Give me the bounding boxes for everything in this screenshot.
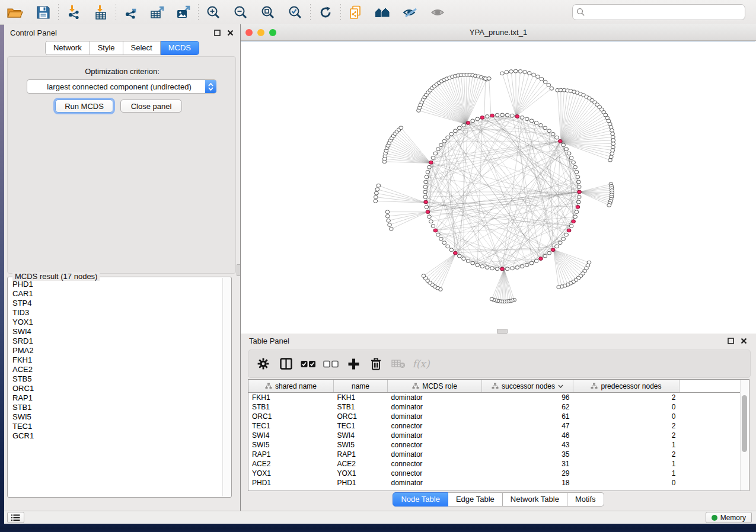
network-node[interactable] [534, 259, 538, 263]
tab-select[interactable]: Select [123, 41, 161, 55]
network-node[interactable] [540, 78, 544, 81]
mcds-result-item[interactable]: SRD1 [12, 336, 223, 346]
mcds-result-item[interactable]: GCR1 [12, 431, 223, 441]
network-node[interactable] [611, 149, 615, 152]
open-file-button[interactable] [4, 2, 26, 23]
network-node[interactable] [423, 196, 428, 199]
network-node[interactable] [425, 205, 429, 209]
network-node[interactable] [485, 266, 489, 270]
network-node[interactable] [611, 135, 615, 139]
search-input[interactable] [588, 7, 741, 17]
table-scrollbar-thumb[interactable] [742, 395, 747, 452]
network-node[interactable] [543, 126, 547, 130]
network-node[interactable] [485, 115, 489, 118]
network-node[interactable] [515, 266, 519, 270]
mcds-result-list[interactable]: PHD1CAR1STP4TID3YOX1SWI4SRD1PMA2FKH1ACE2… [8, 280, 223, 496]
column-header-name[interactable]: name [334, 380, 388, 393]
network-node[interactable] [527, 72, 531, 75]
network-node[interactable] [611, 139, 615, 142]
network-node[interactable] [576, 200, 580, 204]
network-node[interactable] [547, 84, 551, 87]
network-node[interactable] [439, 237, 443, 241]
mcds-result-item[interactable]: ACE2 [12, 365, 223, 374]
network-node-mcds[interactable] [433, 229, 438, 232]
network-node[interactable] [576, 175, 580, 179]
network-node-mcds[interactable] [558, 139, 562, 143]
zoom-fit-button[interactable] [257, 2, 279, 23]
mcds-result-item[interactable]: CAR1 [12, 289, 223, 299]
mcds-result-item[interactable]: PMA2 [12, 346, 223, 355]
network-node[interactable] [424, 180, 428, 184]
network-node[interactable] [525, 117, 529, 121]
network-node-mcds[interactable] [551, 248, 555, 252]
network-node[interactable] [423, 190, 428, 194]
mcds-result-item[interactable]: SWI4 [12, 327, 223, 336]
float-panel-icon[interactable] [213, 28, 221, 37]
network-node-mcds[interactable] [490, 114, 495, 117]
network-node[interactable] [446, 136, 450, 139]
unselect-all-columns-button[interactable] [320, 352, 342, 375]
select-all-columns-button[interactable] [297, 352, 320, 375]
network-node[interactable] [547, 251, 551, 255]
network-node[interactable] [576, 180, 580, 184]
save-session-button[interactable] [32, 2, 55, 23]
export-network-button[interactable] [120, 2, 142, 23]
network-node[interactable] [439, 143, 443, 147]
column-header-successor-nodes[interactable]: successor nodes [482, 380, 573, 393]
network-node[interactable] [564, 233, 569, 236]
network-node[interactable] [575, 210, 579, 214]
network-node[interactable] [423, 185, 428, 189]
network-node[interactable] [509, 70, 513, 73]
network-node[interactable] [543, 80, 547, 84]
network-node[interactable] [462, 257, 466, 261]
network-node[interactable] [449, 132, 454, 136]
column-header-shared-name[interactable]: shared name [248, 380, 334, 393]
network-node[interactable] [505, 267, 509, 271]
network-node[interactable] [429, 220, 433, 223]
network-node[interactable] [442, 139, 446, 143]
network-node[interactable] [431, 156, 435, 160]
mcds-result-item[interactable]: FKH1 [12, 355, 223, 365]
network-node[interactable] [562, 237, 566, 241]
network-node[interactable] [457, 126, 461, 130]
column-header-predecessor-nodes[interactable]: predecessor nodes [573, 380, 680, 393]
network-node-mcds[interactable] [572, 220, 576, 223]
network-node[interactable] [555, 245, 559, 248]
network-node[interactable] [611, 132, 615, 136]
network-node[interactable] [557, 286, 561, 289]
network-node[interactable] [525, 263, 529, 267]
table-row[interactable]: RAP1RAP1dominator352 [248, 450, 741, 459]
close-table-panel-icon[interactable] [739, 337, 748, 345]
network-node[interactable] [608, 158, 613, 162]
network-node[interactable] [555, 136, 559, 139]
mcds-result-item[interactable]: STP4 [12, 299, 223, 308]
table-row[interactable]: ACE2ACE2connector311 [248, 459, 741, 469]
network-node[interactable] [523, 70, 527, 74]
network-node-mcds[interactable] [500, 267, 505, 271]
network-node[interactable] [505, 70, 509, 74]
network-node[interactable] [532, 73, 536, 76]
network-node[interactable] [453, 129, 457, 133]
run-mcds-button[interactable]: Run MCDS [55, 100, 113, 113]
duplicate-network-button[interactable] [344, 2, 367, 23]
network-node[interactable] [426, 170, 430, 174]
import-network-button[interactable] [62, 2, 85, 23]
network-node[interactable] [427, 215, 431, 219]
network-node[interactable] [569, 225, 573, 228]
network-node[interactable] [607, 203, 611, 207]
task-history-button[interactable] [7, 512, 24, 523]
network-node[interactable] [609, 155, 613, 159]
network-node[interactable] [476, 263, 480, 267]
network-node[interactable] [425, 175, 429, 179]
tab-style[interactable]: Style [90, 41, 123, 55]
table-row[interactable]: ORC1ORC1dominator610 [248, 412, 741, 421]
network-node[interactable] [520, 265, 524, 268]
network-node[interactable] [567, 152, 571, 155]
network-node[interactable] [573, 215, 578, 219]
network-node[interactable] [505, 113, 509, 117]
network-node-mcds[interactable] [578, 190, 582, 194]
mcds-result-item[interactable]: STB1 [12, 403, 223, 412]
network-node[interactable] [495, 113, 499, 117]
network-node[interactable] [490, 267, 495, 270]
network-node-mcds[interactable] [539, 257, 543, 261]
